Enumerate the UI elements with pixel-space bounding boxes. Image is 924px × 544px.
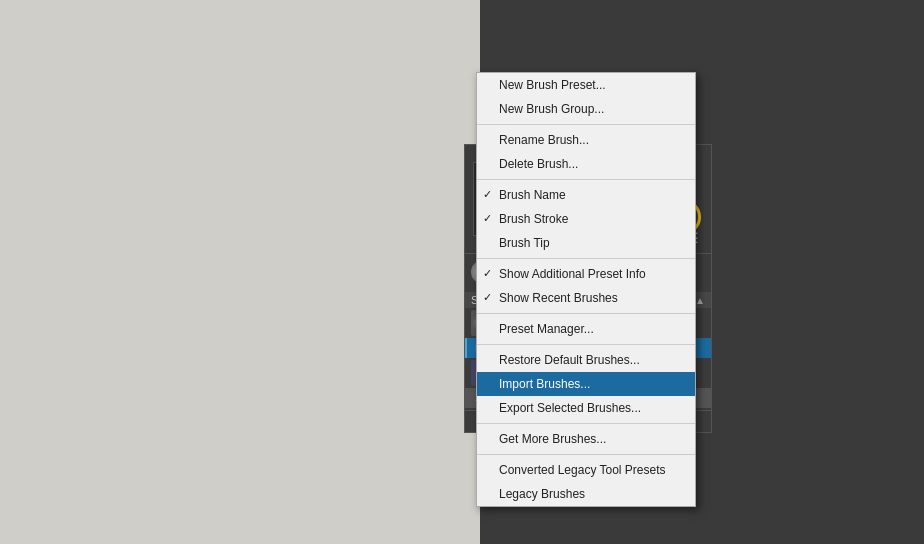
menu-item-brush-stroke[interactable]: Brush Stroke <box>477 207 695 231</box>
menu-item-show-recent-brushes[interactable]: Show Recent Brushes <box>477 286 695 310</box>
menu-item-show-additional-preset-info[interactable]: Show Additional Preset Info <box>477 262 695 286</box>
menu-item-delete-brush[interactable]: Delete Brush... <box>477 152 695 176</box>
menu-divider-1 <box>477 124 695 125</box>
menu-item-rename-brush[interactable]: Rename Brush... <box>477 128 695 152</box>
dropdown-menu: New Brush Preset... New Brush Group... R… <box>476 72 696 507</box>
menu-divider-7 <box>477 454 695 455</box>
menu-item-export-selected-brushes[interactable]: Export Selected Brushes... <box>477 396 695 420</box>
menu-item-new-brush-preset[interactable]: New Brush Preset... <box>477 73 695 97</box>
menu-item-import-brushes[interactable]: Import Brushes... <box>477 372 695 396</box>
menu-item-preset-manager[interactable]: Preset Manager... <box>477 317 695 341</box>
background-left: Size: 1102 px Hardness: <box>0 0 480 544</box>
menu-divider-5 <box>477 344 695 345</box>
menu-item-restore-default-brushes[interactable]: Restore Default Brushes... <box>477 348 695 372</box>
menu-item-get-more-brushes[interactable]: Get More Brushes... <box>477 427 695 451</box>
menu-divider-6 <box>477 423 695 424</box>
menu-item-new-brush-group[interactable]: New Brush Group... <box>477 97 695 121</box>
menu-divider-4 <box>477 313 695 314</box>
menu-item-converted-legacy[interactable]: Converted Legacy Tool Presets <box>477 458 695 482</box>
menu-item-legacy-brushes[interactable]: Legacy Brushes <box>477 482 695 506</box>
menu-divider-3 <box>477 258 695 259</box>
menu-item-brush-tip[interactable]: Brush Tip <box>477 231 695 255</box>
menu-divider-2 <box>477 179 695 180</box>
brush-item-collapse-icon: ▲ <box>695 295 705 306</box>
menu-item-brush-name[interactable]: Brush Name <box>477 183 695 207</box>
